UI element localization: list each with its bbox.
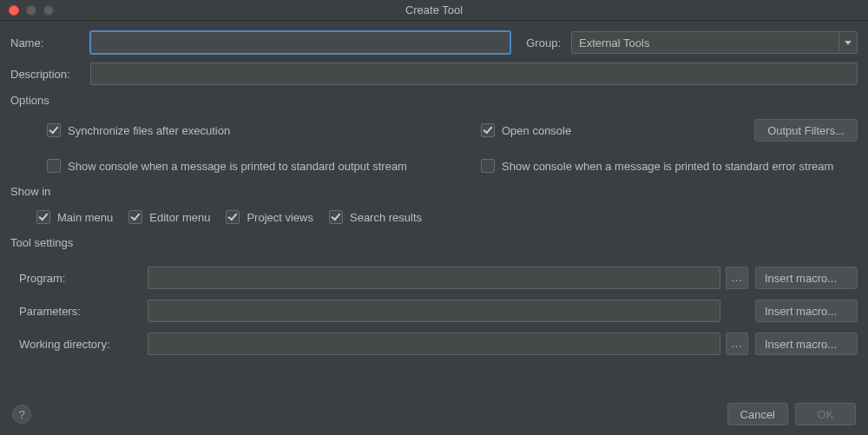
- parameters-insert-macro-button[interactable]: Insert macro...: [755, 300, 858, 322]
- description-label: Description:: [10, 68, 90, 81]
- description-input[interactable]: [90, 63, 858, 85]
- stdout-checkbox[interactable]: [47, 159, 61, 173]
- group-combobox[interactable]: External Tools: [571, 31, 858, 54]
- help-button[interactable]: ?: [12, 405, 31, 424]
- program-browse-button[interactable]: ...: [726, 267, 748, 289]
- group-label: Group:: [526, 36, 561, 49]
- parameters-label: Parameters:: [19, 305, 148, 318]
- open-console-label: Open console: [502, 124, 571, 137]
- program-input[interactable]: [148, 267, 720, 289]
- project-views-label: Project views: [247, 211, 313, 224]
- program-label: Program:: [19, 272, 148, 285]
- maximize-icon: [43, 5, 54, 16]
- main-menu-label: Main menu: [57, 211, 113, 224]
- main-menu-checkbox[interactable]: [36, 210, 50, 224]
- sync-label: Synchronize files after execution: [68, 124, 230, 137]
- search-results-label: Search results: [350, 211, 422, 224]
- stderr-checkbox[interactable]: [481, 159, 495, 173]
- workdir-input[interactable]: [148, 333, 720, 355]
- workdir-insert-macro-button[interactable]: Insert macro...: [755, 333, 858, 355]
- editor-menu-label: Editor menu: [149, 211, 210, 224]
- minimize-icon: [26, 5, 36, 16]
- group-dropdown-button[interactable]: [838, 31, 858, 54]
- search-results-checkbox[interactable]: [329, 210, 343, 224]
- chevron-down-icon: [845, 41, 852, 45]
- window-controls: [0, 5, 54, 16]
- dialog-footer: ? Cancel OK: [0, 393, 868, 435]
- titlebar: Create Tool: [0, 0, 868, 21]
- parameters-input[interactable]: [148, 300, 720, 322]
- stdout-label: Show console when a message is printed t…: [68, 160, 407, 173]
- options-section-title: Options: [10, 94, 858, 107]
- close-icon[interactable]: [9, 5, 19, 16]
- ok-button[interactable]: OK: [795, 403, 856, 425]
- output-filters-button[interactable]: Output Filters...: [754, 119, 858, 142]
- stderr-label: Show console when a message is printed t…: [502, 160, 833, 173]
- project-views-checkbox[interactable]: [226, 210, 240, 224]
- open-console-checkbox[interactable]: [481, 123, 495, 137]
- group-value[interactable]: External Tools: [571, 31, 838, 54]
- sync-checkbox[interactable]: [47, 123, 61, 137]
- program-insert-macro-button[interactable]: Insert macro...: [755, 267, 858, 289]
- showin-section-title: Show in: [10, 185, 858, 198]
- workdir-browse-button[interactable]: ...: [726, 333, 748, 355]
- workdir-label: Working directory:: [19, 338, 148, 351]
- name-input[interactable]: [90, 31, 510, 54]
- editor-menu-checkbox[interactable]: [128, 210, 142, 224]
- name-label: Name:: [10, 36, 90, 49]
- window-title: Create Tool: [0, 3, 868, 16]
- tool-settings-section-title: Tool settings: [10, 236, 858, 249]
- cancel-button[interactable]: Cancel: [727, 403, 788, 425]
